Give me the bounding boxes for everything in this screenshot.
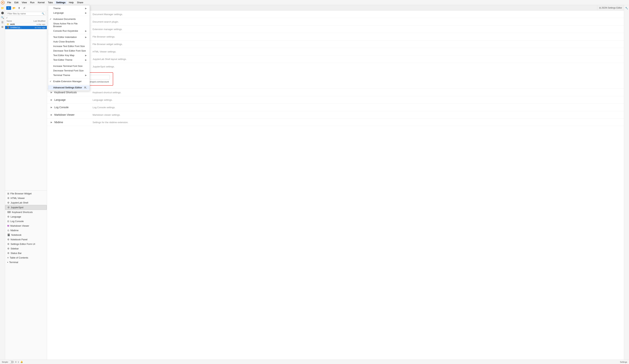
menu-item-language-label: Language [53, 11, 64, 14]
menu-item-theme[interactable]: Theme ▶ [48, 6, 90, 10]
menu-item-text-editor-theme-arrow: ▶ [85, 59, 87, 61]
menu-item-enable-ext-manager-label: Enable Extension Manager [53, 80, 82, 83]
menu-item-text-editor-theme-label: Text Editor Theme [53, 58, 72, 61]
menu-item-text-editor-indent-label: Text Editor Indentation [53, 36, 77, 38]
menu-item-enable-ext-manager[interactable]: ✓ Enable Extension Manager [48, 79, 90, 84]
menu-item-increase-terminal-font[interactable]: Increase Terminal Font Size [48, 64, 90, 68]
menu-item-increase-terminal-font-label: Increase Terminal Font Size [53, 65, 83, 67]
menu-item-decrease-terminal-font-label: Decrease Terminal Font Size [53, 69, 84, 72]
menu-item-show-active-file[interactable]: Show Active File in File Browser [48, 21, 90, 29]
menu-item-auto-close[interactable]: Auto Close Brackets [48, 39, 90, 44]
menu-divider-5 [48, 84, 90, 85]
menu-item-theme-label: Theme [53, 7, 60, 10]
menu-item-terminal-theme-label: Terminal Theme [53, 74, 70, 77]
menu-item-advanced-settings[interactable]: Advanced Settings Editor ⌘, [48, 85, 90, 90]
menu-divider-3 [48, 63, 90, 63]
settings-dropdown-menu: Theme ▶ Language ▶ ✓ Autosave Documents … [48, 5, 90, 91]
menu-item-text-editor-indent[interactable]: Text Editor Indentation ▶ [48, 35, 90, 39]
menu-item-console-run-arrow: ▶ [85, 30, 87, 32]
menu-item-show-active-label: Show Active File in File Browser [53, 22, 87, 28]
menu-item-text-editor-keymap-arrow: ▶ [85, 54, 87, 57]
menu-item-advanced-settings-label: Advanced Settings Editor [53, 86, 82, 89]
menu-item-auto-close-label: Auto Close Brackets [53, 40, 75, 43]
menu-item-terminal-theme[interactable]: Terminal Theme ▶ [48, 73, 90, 77]
autosave-check-icon: ✓ [50, 18, 52, 20]
menu-item-terminal-theme-arrow: ▶ [85, 74, 87, 77]
menu-item-text-editor-keymap[interactable]: Text Editor Key Map ▶ [48, 53, 90, 58]
menu-item-autosave-label: Autosave Documents [53, 18, 76, 20]
menu-item-console-run-label: Console Run Keystroke [53, 29, 78, 32]
menu-divider-2 [48, 34, 90, 34]
menu-item-text-editor-theme[interactable]: Text Editor Theme ▶ [48, 58, 90, 62]
menu-item-increase-editor-font-label: Increase Text Editor Font Size [53, 45, 85, 48]
menu-item-decrease-editor-font[interactable]: Decrease Text Editor Font Size [48, 48, 90, 53]
menu-item-theme-arrow: ▶ [85, 7, 87, 10]
menu-divider-4 [48, 78, 90, 78]
menu-item-autosave[interactable]: ✓ Autosave Documents [48, 17, 90, 21]
menu-item-console-run[interactable]: Console Run Keystroke ▶ [48, 29, 90, 33]
menu-item-language-arrow: ▶ [85, 12, 87, 14]
menu-item-decrease-editor-font-label: Decrease Text Editor Font Size [53, 49, 86, 52]
menu-item-decrease-terminal-font[interactable]: Decrease Terminal Font Size [48, 68, 90, 73]
menu-item-advanced-settings-shortcut: ⌘, [84, 86, 87, 89]
menu-item-increase-editor-font[interactable]: Increase Text Editor Font Size [48, 44, 90, 48]
menu-item-language[interactable]: Language ▶ [48, 10, 90, 15]
ext-manager-check-icon: ✓ [50, 80, 52, 83]
menu-item-text-editor-indent-arrow: ▶ [85, 36, 87, 38]
dropdown-overlay[interactable] [0, 0, 629, 364]
menu-item-text-editor-keymap-label: Text Editor Key Map [53, 54, 74, 57]
